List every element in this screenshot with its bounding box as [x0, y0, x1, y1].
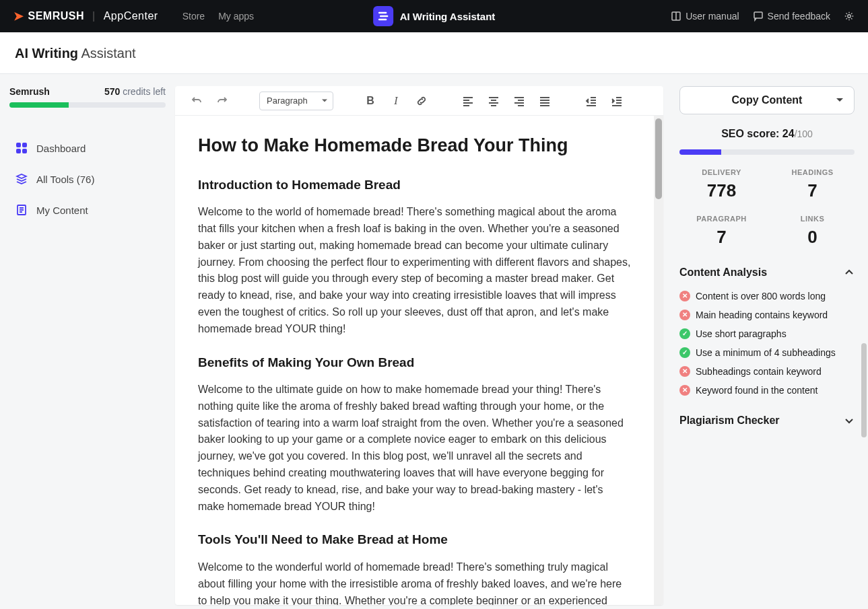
- sidebar-item-alltools[interactable]: All Tools (76): [9, 166, 166, 192]
- settings-button[interactable]: [844, 11, 855, 22]
- analysis-text: Content is over 800 words long: [696, 291, 826, 301]
- book-icon: [671, 11, 681, 22]
- rightpanel: Copy Content SEO score: 24/100 DELIVERY …: [666, 74, 868, 605]
- toolbar: Paragraph B I: [175, 86, 663, 116]
- redo-button[interactable]: [213, 92, 232, 110]
- analysis-list: ✕ Content is over 800 words long ✕ Main …: [679, 291, 855, 396]
- align-left-button[interactable]: [459, 92, 477, 110]
- italic-button[interactable]: I: [387, 92, 405, 110]
- status-bad-icon: ✕: [679, 385, 690, 396]
- editor-area: Paragraph B I: [175, 74, 666, 605]
- doc-h1: How to Make Homemade Bread Your Thing: [198, 132, 631, 160]
- analysis-text: Use short paragraphs: [696, 328, 787, 339]
- doc-h2: Benefits of Making Your Own Bread: [198, 353, 631, 372]
- copy-content-button[interactable]: Copy Content: [679, 86, 855, 114]
- svg-rect-1: [754, 12, 762, 18]
- status-good-icon: ✓: [679, 328, 690, 339]
- analysis-item: ✓ Use short paragraphs: [679, 328, 855, 339]
- doc-h2: Tools You'll Need to Make Bread at Home: [198, 530, 631, 549]
- subheader: AI Writing Assistant: [0, 32, 868, 74]
- credits-account: Semrush: [9, 86, 50, 97]
- page-title-light: Assistant: [81, 46, 136, 61]
- editor-card: Paragraph B I: [175, 86, 663, 605]
- link-button[interactable]: [412, 92, 431, 110]
- outdent-button[interactable]: [582, 92, 601, 110]
- dashboard-icon: [15, 141, 28, 155]
- analysis-item: ✕ Subheadings contain keyword: [679, 366, 855, 377]
- brand-sub: AppCenter: [104, 10, 158, 22]
- chevron-up-icon: [844, 267, 855, 278]
- editor-scroll-wrap: How to Make Homemade Bread Your Thing In…: [175, 116, 663, 605]
- topbar: ➤ SEMRUSH | AppCenter Store My apps AI W…: [0, 0, 868, 32]
- chevron-down-icon: [844, 415, 855, 426]
- align-center-button[interactable]: [484, 92, 503, 110]
- layout: Semrush 570 credits left Dashboard All T…: [0, 74, 868, 605]
- send-feedback-link[interactable]: Send feedback: [753, 11, 830, 22]
- editor-scrollbar-thumb[interactable]: [655, 118, 662, 199]
- brand[interactable]: ➤ SEMRUSH | AppCenter: [13, 9, 158, 24]
- sidebar-item-label: My Content: [36, 205, 88, 216]
- nav-myapps[interactable]: My apps: [218, 11, 254, 22]
- doc-h2: Introduction to Homemade Bread: [198, 175, 631, 194]
- nav-store[interactable]: Store: [182, 11, 205, 22]
- analysis-text: Main heading contains keyword: [696, 310, 828, 320]
- status-bad-icon: ✕: [679, 366, 690, 377]
- align-justify-button[interactable]: [535, 92, 554, 110]
- align-right-button[interactable]: [510, 92, 529, 110]
- credits-row: Semrush 570 credits left: [9, 86, 166, 97]
- bold-button[interactable]: B: [361, 92, 380, 110]
- rightpanel-scrollbar-thumb[interactable]: [861, 343, 867, 437]
- sidebar-item-label: All Tools (76): [36, 174, 94, 185]
- credits-value: 570 credits left: [104, 86, 166, 97]
- seo-score-block: SEO score: 24/100: [679, 128, 855, 155]
- analysis-text: Subheadings contain keyword: [696, 366, 822, 377]
- sidebar-item-dashboard[interactable]: Dashboard: [9, 135, 166, 162]
- svg-rect-3: [16, 143, 21, 147]
- user-manual-link[interactable]: User manual: [671, 11, 739, 22]
- status-good-icon: ✓: [679, 347, 690, 358]
- sidebar-item-label: Dashboard: [36, 143, 86, 154]
- top-right: User manual Send feedback: [671, 11, 855, 22]
- status-bad-icon: ✕: [679, 310, 690, 320]
- undo-button[interactable]: [187, 92, 206, 110]
- editor-scrollbar[interactable]: [654, 116, 663, 605]
- analysis-item: ✕ Keyword found in the content: [679, 385, 855, 396]
- brand-divider: |: [92, 10, 96, 22]
- metric-links: LINKS 0: [770, 215, 855, 248]
- content-analysis-toggle[interactable]: Content Analysis: [679, 261, 855, 284]
- svg-point-2: [848, 15, 850, 17]
- seo-score-bar: [679, 149, 855, 155]
- user-manual-label: User manual: [686, 11, 739, 22]
- gear-icon: [844, 11, 855, 22]
- analysis-item: ✕ Content is over 800 words long: [679, 291, 855, 301]
- plagiarism-toggle[interactable]: Plagiarism Checker: [679, 409, 855, 432]
- credits-bar: [9, 102, 166, 108]
- analysis-text: Keyword found in the content: [696, 385, 817, 396]
- doc-paragraph: Welcome to the ultimate guide on how to …: [198, 382, 631, 515]
- indent-button[interactable]: [607, 92, 626, 110]
- app-name: AI Writing Assistant: [400, 11, 496, 22]
- brand-main: SEMRUSH: [28, 10, 85, 22]
- seo-score-text: SEO score: 24/100: [679, 128, 855, 140]
- sidebar: Semrush 570 credits left Dashboard All T…: [0, 74, 175, 605]
- svg-rect-6: [22, 149, 27, 153]
- svg-rect-4: [22, 143, 27, 147]
- doc-paragraph: Welcome to the wonderful world of homema…: [198, 559, 631, 605]
- document-icon: [15, 203, 28, 217]
- svg-rect-5: [16, 149, 21, 153]
- style-select[interactable]: Paragraph: [259, 92, 333, 110]
- page-title: AI Writing Assistant: [15, 46, 853, 61]
- analysis-text: Use a minimum of 4 subheadings: [696, 347, 836, 358]
- doc-paragraph: Welcome to the world of homemade bread! …: [198, 204, 631, 337]
- top-nav: Store My apps: [182, 11, 254, 22]
- credits-bar-fill: [9, 102, 69, 108]
- style-select-value: Paragraph: [267, 96, 308, 106]
- editor-body[interactable]: How to Make Homemade Bread Your Thing In…: [175, 116, 654, 605]
- status-bad-icon: ✕: [679, 291, 690, 301]
- analysis-item: ✕ Main heading contains keyword: [679, 310, 855, 320]
- metrics-grid: DELIVERY 778 HEADINGS 7 PARAGRAPH 7 LINK…: [679, 168, 855, 248]
- sidebar-item-mycontent[interactable]: My Content: [9, 196, 166, 223]
- seo-score-fill: [679, 149, 721, 155]
- plagiarism-title: Plagiarism Checker: [679, 415, 780, 427]
- flame-icon: ➤: [13, 9, 24, 24]
